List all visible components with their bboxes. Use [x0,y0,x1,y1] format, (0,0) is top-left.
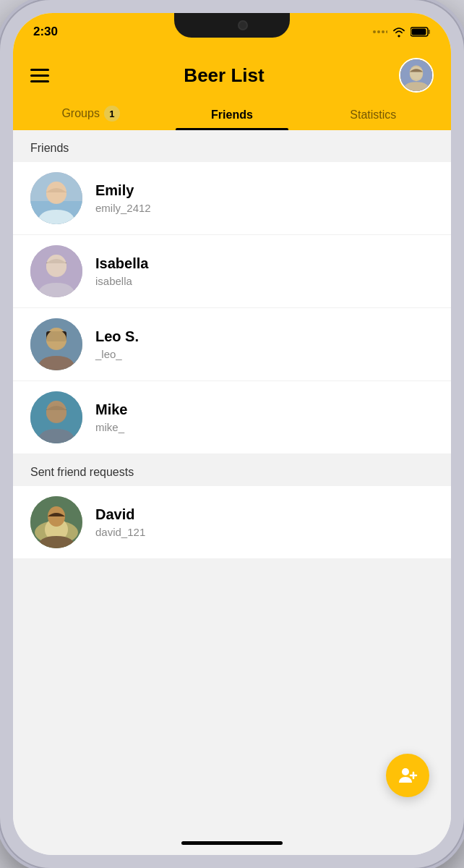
svg-rect-6 [412,29,426,35]
tab-statistics[interactable]: Statistics [303,101,444,130]
tabs-bar: Groups 1 Friends Statistics [13,93,451,130]
friend-item-leo[interactable]: Leo S. _leo_ [13,308,451,381]
phone-screen: 2:30 [13,13,451,855]
app-title: Beer List [184,64,264,87]
svg-point-17 [46,257,66,277]
avatar-mike [30,391,82,443]
tab-friends[interactable]: Friends [161,101,302,130]
friends-section-header: Friends [13,130,451,162]
camera-icon [238,20,248,30]
friend-item-david[interactable]: David david_121 [13,486,451,559]
wifi-icon [392,26,406,38]
svg-point-1 [377,30,380,33]
svg-point-14 [46,184,66,204]
avatar-leo [30,318,82,370]
tab-groups[interactable]: Groups 1 [20,98,161,130]
tab-groups-label: Groups [61,107,99,120]
svg-point-25 [46,403,66,423]
notch [174,13,290,38]
friend-name-mike: Mike [95,401,434,418]
screen-content: 2:30 [13,13,451,855]
home-indicator [181,841,283,845]
groups-badge: 1 [104,106,120,122]
tab-statistics-label: Statistics [350,109,396,122]
battery-icon [411,27,431,37]
avatar-image [400,58,432,93]
avatar-emily [30,172,82,224]
avatar-david [30,496,82,548]
friend-username-mike: mike_ [95,421,434,433]
friend-username-emily: emily_2412 [95,202,434,214]
friends-list: Emily emily_2412 [13,162,451,454]
svg-point-2 [382,30,384,33]
friend-item-emily[interactable]: Emily emily_2412 [13,162,451,235]
svg-point-10 [410,66,423,79]
add-person-icon [398,765,418,786]
friend-name-emily: Emily [95,182,434,199]
avatar-isabella [30,245,82,297]
app-header: Beer List [13,51,451,93]
friend-username-david: david_121 [95,526,434,538]
user-avatar[interactable] [399,58,434,93]
svg-point-30 [402,768,409,775]
friend-username-leo: _leo_ [95,348,434,360]
svg-point-3 [386,30,387,33]
status-time: 2:30 [33,25,58,39]
svg-rect-5 [429,30,431,34]
friend-item-mike[interactable]: Mike mike_ [13,381,451,454]
friend-name-david: David [95,506,434,523]
phone-frame: 2:30 [0,0,464,868]
status-icons [373,26,431,38]
main-content: Friends [13,130,451,855]
signal-icon [373,27,387,37]
menu-button[interactable] [30,69,49,82]
svg-point-22 [46,330,66,350]
friend-username-isabella: isabella [95,275,434,287]
friend-info-mike: Mike mike_ [95,401,434,433]
sent-requests-list: David david_121 [13,486,451,559]
friend-name-leo: Leo S. [95,328,434,345]
friend-info-david: David david_121 [95,506,434,538]
sent-requests-section-header: Sent friend requests [13,454,451,486]
svg-point-0 [373,30,376,33]
friend-info-isabella: Isabella isabella [95,255,434,287]
friend-name-isabella: Isabella [95,255,434,272]
friend-info-leo: Leo S. _leo_ [95,328,434,360]
friend-item-isabella[interactable]: Isabella isabella [13,235,451,308]
add-friend-button[interactable] [386,754,429,797]
friend-info-emily: Emily emily_2412 [95,182,434,214]
status-bar: 2:30 [13,13,451,51]
tab-friends-label: Friends [211,109,253,122]
